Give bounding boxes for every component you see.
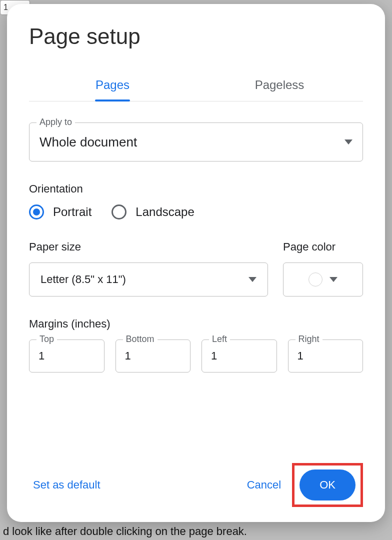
ok-button-highlight: OK (292, 463, 363, 507)
paper-size-value: Letter (8.5" x 11") (40, 273, 126, 286)
margin-right-input[interactable] (296, 349, 355, 363)
tab-pageless[interactable]: Pageless (196, 73, 363, 101)
page-color-label: Page color (283, 240, 363, 254)
dialog-title: Page setup (29, 24, 363, 49)
margin-left-input[interactable] (210, 349, 268, 363)
radio-portrait[interactable] (29, 204, 44, 220)
dialog-footer: Set as default Cancel OK (29, 448, 363, 507)
margin-bottom-input[interactable] (124, 349, 182, 363)
margin-bottom-field[interactable]: Bottom (116, 340, 191, 372)
margin-top-input[interactable] (38, 349, 96, 363)
chevron-down-icon (344, 140, 352, 144)
margin-right-legend: Right (296, 334, 322, 344)
orientation-portrait-label: Portrait (53, 205, 92, 219)
paper-size-label: Paper size (29, 240, 268, 254)
page-color-swatch (308, 272, 322, 286)
margin-left-field[interactable]: Left (202, 340, 277, 372)
chevron-down-icon (330, 277, 338, 282)
orientation-label: Orientation (29, 182, 363, 196)
margin-left-legend: Left (209, 334, 230, 344)
margin-top-legend: Top (36, 334, 57, 344)
apply-to-dropdown[interactable]: Apply to Whole document (29, 122, 363, 162)
orientation-landscape-option[interactable]: Landscape (112, 204, 194, 220)
paper-size-dropdown[interactable]: Letter (8.5" x 11") (29, 262, 268, 296)
page-setup-dialog: Page setup Pages Pageless Apply to Whole… (7, 4, 385, 522)
margins-label: Margins (inches) (29, 318, 363, 330)
cancel-button[interactable]: Cancel (243, 474, 285, 496)
radio-landscape[interactable] (112, 204, 126, 220)
chevron-down-icon (248, 277, 256, 282)
orientation-portrait-option[interactable]: Portrait (29, 204, 92, 220)
margin-bottom-legend: Bottom (123, 334, 158, 344)
ok-button[interactable]: OK (300, 470, 356, 500)
tab-bar: Pages Pageless (29, 73, 363, 102)
background-body-text: d look like after double clicking on the… (0, 523, 250, 540)
margin-right-field[interactable]: Right (288, 340, 364, 372)
orientation-landscape-label: Landscape (136, 205, 194, 219)
set-as-default-button[interactable]: Set as default (29, 474, 104, 496)
apply-to-value: Whole document (40, 134, 137, 150)
apply-to-legend: Apply to (36, 117, 75, 128)
tab-pages[interactable]: Pages (29, 73, 196, 101)
page-color-dropdown[interactable] (283, 262, 363, 296)
margin-top-field[interactable]: Top (29, 340, 104, 372)
